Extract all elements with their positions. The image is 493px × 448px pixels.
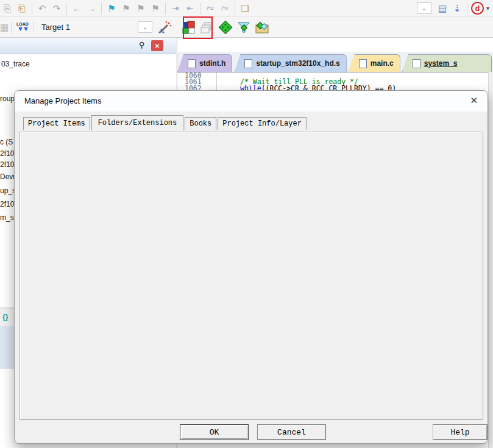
quick-search-caret-icon[interactable]: ▾ — [486, 5, 489, 12]
tree-item[interactable]: 03_trace — [1, 60, 30, 68]
ok-button[interactable]: OK — [180, 424, 249, 440]
nav-back-icon[interactable]: ← — [69, 2, 84, 15]
tree-item[interactable]: 2f10 — [0, 160, 14, 169]
dialog-close-icon[interactable]: ✕ — [470, 95, 478, 106]
target-select[interactable]: Target 1 — [41, 23, 133, 32]
tab-stdint-h[interactable]: stdint.h — [177, 54, 232, 72]
tab-startup-s[interactable]: startup_stm32f10x_hd.s — [234, 54, 346, 72]
document-icon — [359, 59, 367, 68]
toolbar-separator — [200, 2, 200, 15]
bookmark-toggle-icon[interactable]: ⚑ — [104, 2, 119, 15]
toolbar-separator — [66, 2, 67, 15]
searchbox-chevron-icon[interactable]: ⌄ — [417, 2, 431, 14]
tab-label: main.c — [371, 59, 394, 68]
target-chevron-icon[interactable]: ⌄ — [138, 21, 152, 33]
bookmark-prev-icon[interactable]: ⚑ — [133, 2, 148, 15]
indent-icon[interactable]: ⇥ — [168, 2, 183, 15]
tab-books[interactable]: Books — [185, 117, 216, 130]
tab-project-info-layer[interactable]: Project Info/Layer — [218, 117, 307, 130]
select-toolbox-icon[interactable] — [236, 20, 251, 35]
tree-item[interactable]: m_s — [0, 213, 14, 222]
toolbar-separator — [11, 21, 12, 34]
main-toolbar: ⎘ ⎗ ↶ ↷ ← → ⚑ ⚑ ⚑ ⚑ ⇥ ⇤ /*≡ /*× ❏ ⌄ ▤ ⇣ … — [0, 0, 493, 17]
toolbar-separator — [165, 2, 166, 15]
editor-scrollbar[interactable] — [488, 72, 493, 448]
tab-system-s[interactable]: system_s — [402, 54, 492, 72]
panel-close-icon[interactable]: ✕ — [151, 40, 163, 51]
undo-icon[interactable]: ↶ — [35, 2, 49, 15]
bookmark-clear-icon[interactable]: ⚑ — [148, 2, 163, 15]
functions-braces-icon[interactable]: {} — [2, 313, 8, 321]
toolbar-separator — [467, 2, 467, 15]
project-panel-header: ⚲ ✕ — [0, 38, 176, 54]
manage-icon-highlight-box — [183, 16, 213, 39]
redo-icon[interactable]: ↷ — [49, 2, 64, 15]
tab-folders-extensions[interactable]: Folders/Extensions — [91, 115, 184, 130]
tab-label: startup_stm32f10x_hd.s — [256, 59, 339, 68]
dialog-title: Manage Project Items — [24, 96, 101, 105]
copy-icon[interactable]: ⎘ — [0, 2, 15, 15]
comment-icon[interactable]: /*≡ — [203, 2, 218, 15]
tab-main-c[interactable]: main.c — [349, 54, 400, 72]
paste-icon[interactable]: ⎗ — [15, 2, 29, 15]
tab-label: stdint.h — [199, 59, 225, 68]
tab-label: system_s — [424, 59, 458, 68]
open-folder-icon[interactable]: ❏ — [238, 2, 252, 15]
tree-item[interactable]: c (S — [0, 138, 13, 146]
pack-installer-icon[interactable] — [218, 20, 233, 35]
keil-uvision-window: ⎘ ⎗ ↶ ↷ ← → ⚑ ⚑ ⚑ ⚑ ⇥ ⇤ /*≡ /*× ❏ ⌄ ▤ ⇣ … — [0, 0, 493, 448]
outdent-icon[interactable]: ⇤ — [183, 2, 197, 15]
toolbar-separator — [101, 2, 102, 15]
document-icon — [188, 59, 196, 68]
debug-session-icon[interactable]: ▦ — [0, 21, 9, 34]
download-flash-icon[interactable]: LOAD ▼▼ — [14, 22, 31, 32]
pin-icon[interactable]: ⚲ — [139, 40, 145, 49]
flash-config-wand-icon[interactable] — [158, 20, 172, 35]
tree-item[interactable]: 2f10 — [0, 200, 14, 208]
manage-project-items-dialog: Manage Project Items ✕ Project Items Fol… — [14, 90, 488, 444]
code-text — [217, 73, 240, 79]
folders-extensions-page — [20, 132, 483, 420]
books-icon[interactable] — [255, 20, 269, 35]
build-toolbar: ▦ LOAD ▼▼ Target 1 ⌄ — [0, 17, 493, 38]
bookmark-next-icon[interactable]: ⚑ — [119, 2, 133, 15]
toolbar-separator — [235, 2, 235, 15]
quick-search-icon[interactable]: d — [471, 2, 484, 15]
incremental-find-icon[interactable]: ⇣ — [450, 2, 464, 15]
load-icon-arrows: ▼▼ — [17, 26, 28, 32]
help-button[interactable]: Help — [433, 424, 488, 440]
tab-project-items[interactable]: Project Items — [23, 117, 90, 130]
cancel-button[interactable]: Cancel — [257, 424, 326, 440]
uncomment-icon[interactable]: /*× — [218, 2, 232, 15]
nav-forward-icon[interactable]: → — [84, 2, 99, 15]
dialog-titlebar[interactable]: Manage Project Items ✕ — [15, 91, 488, 112]
document-icon — [413, 59, 420, 68]
toolbar-separator — [32, 2, 32, 15]
tree-item[interactable]: 2f10 — [0, 149, 14, 158]
editor-tabstrip: stdint.h startup_stm32f10x_hd.s main.c s… — [177, 52, 493, 72]
toolbar-separator — [34, 21, 34, 34]
document-icon — [244, 59, 252, 68]
tree-item[interactable]: roup — [0, 94, 15, 103]
find-in-files-icon[interactable]: ▤ — [435, 2, 450, 15]
dialog-tabs: Project Items Folders/Extensions Books P… — [23, 115, 308, 130]
tree-item[interactable]: Devi — [0, 172, 15, 181]
